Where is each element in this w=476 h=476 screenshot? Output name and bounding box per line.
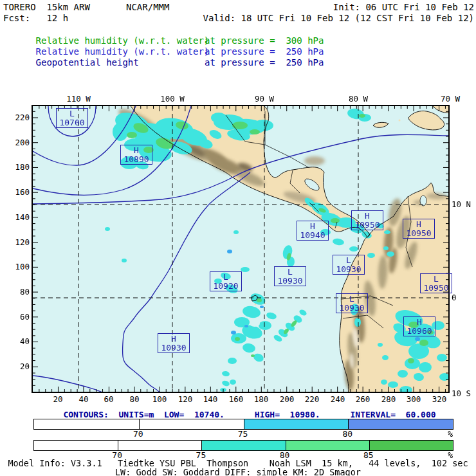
low-center-marker: L10930 <box>274 266 306 286</box>
low-center-marker: L10930 <box>333 255 365 275</box>
lat-label: 10 N <box>452 199 471 209</box>
colorbar-tick-label: 70 <box>133 429 143 439</box>
x-tick-label: 280 <box>381 394 396 404</box>
high-center-marker: H10930 <box>158 333 190 353</box>
y-tick-label: 200 <box>15 138 30 147</box>
field-level: at pressure = 250 hPa <box>205 57 324 68</box>
y-tick-label: 120 <box>15 237 30 247</box>
marker-type: H <box>416 220 421 229</box>
y-tick-label: 40 <box>20 336 30 346</box>
colorbar-segment <box>244 419 349 429</box>
marker-value: 10930 <box>161 343 186 352</box>
x-tick-label: 180 <box>254 394 269 404</box>
marker-type: H <box>134 146 139 155</box>
marker-value: 10890 <box>124 155 149 164</box>
x-tick-label: 60 <box>104 394 113 404</box>
high-center-marker: H10950 <box>351 210 383 230</box>
y-tick-label: 100 <box>15 262 30 271</box>
field-level: at pressure = 250 hPa <box>205 46 324 57</box>
marker-value: 10960 <box>407 327 432 336</box>
init-time: Init: 06 UTC Fri 10 Feb 12 <box>333 2 474 12</box>
fcst-hour: Fcst: 12 h <box>3 13 68 23</box>
marker-type: L <box>288 268 293 277</box>
x-tick-label: 20 <box>53 394 62 404</box>
map-svg <box>33 106 448 392</box>
marker-type: L <box>223 273 228 282</box>
x-tick-label: 240 <box>331 394 345 404</box>
x-tick-label: 120 <box>178 394 193 404</box>
colorbar-segment <box>369 441 453 450</box>
marker-type: L <box>434 275 439 284</box>
x-tick-label: 260 <box>356 394 371 404</box>
marker-value: 10940 <box>300 231 325 240</box>
marker-value: 10700 <box>59 118 84 127</box>
colorbar-1 <box>33 419 453 430</box>
x-tick-label: 140 <box>203 394 218 404</box>
marker-type: H <box>365 212 370 221</box>
x-tick-label: 320 <box>432 394 447 404</box>
high-center-marker: H10950 <box>403 219 435 239</box>
y-tick-label: 20 <box>20 362 30 371</box>
lon-label: 80 W <box>349 94 368 104</box>
marker-type: H <box>417 318 422 327</box>
x-tick-label: 220 <box>305 394 320 404</box>
x-tick-label: 160 <box>229 394 244 404</box>
lon-label: 90 W <box>255 94 274 104</box>
low-center-marker: L10950 <box>420 273 452 293</box>
x-tick-label: 300 <box>407 394 421 404</box>
center-name: NCAR/MMM <box>126 2 169 12</box>
y-tick-label: 80 <box>20 287 30 297</box>
high-center-marker: H10940 <box>297 221 329 241</box>
marker-type: L <box>349 295 354 304</box>
marker-value: 10920 <box>213 282 238 291</box>
marker-type: H <box>310 222 315 231</box>
colorbar-segment <box>139 419 244 429</box>
colorbar-2 <box>33 440 453 451</box>
colorbar-unit-label: % <box>448 429 453 439</box>
x-tick-label: 200 <box>280 394 295 404</box>
y-tick-label: 220 <box>15 113 30 122</box>
marker-type: L <box>69 109 75 118</box>
contours-info: CONTOURS: UNITS=m LOW= 10740. HIGH= 1098… <box>63 410 435 419</box>
colorbar-segment <box>34 419 139 429</box>
x-tick-label: 80 <box>129 394 139 404</box>
y-tick-label: 140 <box>15 212 30 222</box>
colorbar-segment <box>34 441 118 450</box>
marker-type: H <box>171 334 176 343</box>
low-center-marker: L10920 <box>210 271 242 291</box>
lon-label: 70 W <box>441 94 460 104</box>
marker-value: 10950 <box>423 284 448 293</box>
marker-type: L <box>346 256 351 265</box>
marker-value: 10930 <box>277 277 302 286</box>
field-level: at pressure = 300 hPa <box>205 35 324 46</box>
colorbar-segment <box>201 441 285 450</box>
y-tick-label: 160 <box>15 187 30 197</box>
lat-label: 10 S <box>452 389 471 398</box>
marker-value: 10950 <box>354 221 380 230</box>
high-center-marker: H10890 <box>120 145 152 165</box>
marker-value: 10930 <box>336 265 361 274</box>
low-center-marker: L10930 <box>336 293 368 313</box>
colorbar-tick-label: 80 <box>342 429 352 439</box>
model-info-line2: LW: Godd SW: Goddard DIFF: simple KM: 2D… <box>0 467 476 476</box>
colorbar-segment <box>118 441 201 450</box>
x-tick-label: 100 <box>152 394 167 404</box>
lon-label: 100 W <box>160 94 185 104</box>
y-tick-label: 180 <box>15 162 30 172</box>
valid-time: Valid: 18 UTC Fri 10 Feb 12 (12 CST Fri … <box>203 13 474 23</box>
colorbar-tick-label: 75 <box>238 429 248 439</box>
model-title: TORERO 15km ARW <box>3 2 90 12</box>
low-center-marker: L10700 <box>56 108 88 128</box>
map-plot: L10700H10890L10920H10930H10940H10950H109… <box>32 105 450 393</box>
weather-model-chart-page: TORERO 15km ARW NCAR/MMM Init: 06 UTC Fr… <box>0 0 476 476</box>
marker-value: 10930 <box>339 304 364 313</box>
marker-value: 10950 <box>406 229 431 238</box>
colorbar-segment <box>348 419 453 429</box>
lon-label: 110 W <box>66 94 91 104</box>
y-tick-label: 60 <box>20 312 30 322</box>
field-label: Geopotential height <box>36 57 139 68</box>
x-tick-label: 40 <box>78 394 88 404</box>
field-height250: Geopotential heightat pressure = 250 hPa <box>3 47 139 78</box>
lat-label: 0 <box>452 293 457 302</box>
high-center-marker: H10960 <box>403 316 435 336</box>
